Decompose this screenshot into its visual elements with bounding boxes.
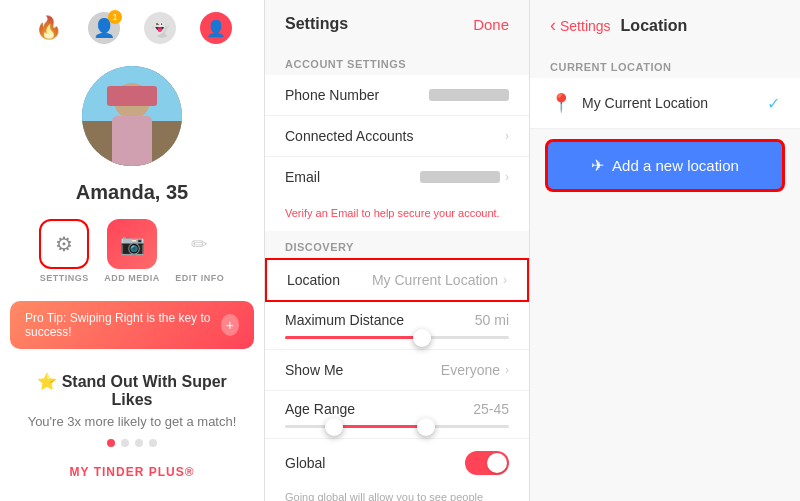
- done-button[interactable]: Done: [473, 16, 509, 33]
- add-location-label: Add a new location: [612, 157, 739, 174]
- email-chevron-icon: ›: [505, 170, 509, 184]
- top-nav-icons: 🔥 👤 1 👻 👤: [0, 0, 264, 56]
- age-slider-track[interactable]: [285, 425, 509, 428]
- dot-1: [107, 439, 115, 447]
- dot-4: [149, 439, 157, 447]
- ghost-button[interactable]: 👻: [142, 10, 178, 46]
- location-value: My Current Location ›: [372, 272, 507, 288]
- phone-label: Phone Number: [285, 87, 379, 103]
- age-slider-fill: [330, 425, 431, 428]
- pro-tip-banner[interactable]: Pro Tip: Swiping Right is the key to suc…: [10, 301, 254, 349]
- settings-panel: Settings Done ACCOUNT SETTINGS Phone Num…: [265, 0, 530, 501]
- back-label: Settings: [560, 18, 611, 34]
- email-verify-section: Verify an Email to help secure your acco…: [265, 197, 529, 231]
- camera-icon: 📷: [120, 232, 145, 256]
- show-me-row[interactable]: Show Me Everyone ›: [265, 350, 529, 391]
- settings-title: Settings: [285, 15, 348, 33]
- age-slider-left-thumb[interactable]: [325, 418, 343, 436]
- location-pin-icon: 📍: [550, 92, 572, 114]
- edit-info-action-button[interactable]: ✏ EDIT INFO: [175, 219, 225, 283]
- settings-header: Settings Done: [265, 0, 529, 48]
- tinder-plus-button[interactable]: MY TINDER PLUS®: [70, 465, 195, 479]
- tinder-flame-button[interactable]: 🔥: [30, 10, 66, 46]
- location-label: Location: [287, 272, 340, 288]
- svg-rect-4: [107, 86, 157, 106]
- global-desc-text: Going global will allow you to see peopl…: [285, 491, 483, 501]
- phone-number-row[interactable]: Phone Number: [265, 75, 529, 116]
- star-icon: ⭐: [37, 373, 57, 390]
- age-range-value: 25-45: [473, 401, 509, 417]
- superlikes-subtitle: You're 3x more likely to get a match!: [15, 414, 249, 429]
- current-location-section-label: CURRENT LOCATION: [530, 51, 800, 78]
- email-blurred: [420, 171, 500, 183]
- connected-label: Connected Accounts: [285, 128, 413, 144]
- checkmark-icon: ✓: [767, 94, 780, 113]
- max-distance-label: Maximum Distance: [285, 312, 404, 328]
- pencil-icon: ✏: [191, 232, 208, 256]
- global-row[interactable]: Global: [265, 439, 529, 487]
- distance-slider-track[interactable]: [285, 336, 509, 339]
- dot-2: [121, 439, 129, 447]
- add-location-button[interactable]: ✈ Add a new location: [545, 139, 785, 192]
- settings-label: SETTINGS: [40, 273, 89, 283]
- email-verify-text: Verify an Email to help secure your acco…: [285, 207, 500, 219]
- account-section-label: ACCOUNT SETTINGS: [265, 48, 529, 75]
- pro-tip-plus-button[interactable]: +: [221, 314, 239, 336]
- media-icon-box: 📷: [107, 219, 157, 269]
- flame-icon: 🔥: [35, 15, 62, 41]
- max-distance-value: 50 mi: [475, 312, 509, 328]
- show-me-label: Show Me: [285, 362, 343, 378]
- phone-blurred: [429, 89, 509, 101]
- settings-action-button[interactable]: ⚙ SETTINGS: [39, 219, 89, 283]
- toggle-knob: [487, 453, 507, 473]
- profile-panel: 🔥 👤 1 👻 👤 Amanda, 35 ⚙ SETTINGS: [0, 0, 265, 501]
- location-panel: ‹ Settings Location CURRENT LOCATION 📍 M…: [530, 0, 800, 501]
- distance-slider-fill: [285, 336, 419, 339]
- location-name-group: 📍 My Current Location: [550, 92, 708, 114]
- current-location-name: My Current Location: [582, 95, 708, 111]
- email-value: ›: [420, 170, 509, 184]
- pro-tip-text: Pro Tip: Swiping Right is the key to suc…: [25, 311, 221, 339]
- max-distance-row: Maximum Distance 50 mi: [265, 302, 529, 350]
- connected-accounts-row[interactable]: Connected Accounts ›: [265, 116, 529, 157]
- notification-button[interactable]: 👤 1: [86, 10, 122, 46]
- age-range-row: Age Range 25-45: [265, 391, 529, 439]
- global-label: Global: [285, 455, 325, 471]
- discovery-section-label: DISCOVERY: [265, 231, 529, 258]
- phone-value: [429, 89, 509, 101]
- svg-rect-3: [112, 116, 152, 166]
- location-title: Location: [621, 17, 688, 35]
- add-media-label: ADD MEDIA: [104, 273, 160, 283]
- distance-slider-thumb[interactable]: [413, 329, 431, 347]
- profile-action-buttons: ⚙ SETTINGS 📷 ADD MEDIA ✏ EDIT INFO: [39, 219, 225, 283]
- superlikes-title: ⭐ Stand Out With Super Likes: [15, 372, 249, 409]
- avatar: [82, 66, 182, 166]
- gear-icon: ⚙: [55, 232, 73, 256]
- notification-badge: 1: [108, 10, 122, 24]
- chevron-icon: ›: [505, 129, 509, 143]
- back-button[interactable]: ‹ Settings: [550, 15, 611, 36]
- edit-icon-box: ✏: [175, 219, 225, 269]
- back-arrow-icon: ‹: [550, 15, 556, 36]
- superlikes-section: ⭐ Stand Out With Super Likes You're 3x m…: [0, 357, 264, 495]
- settings-icon-box: ⚙: [39, 219, 89, 269]
- global-toggle[interactable]: [465, 451, 509, 475]
- edit-info-label: EDIT INFO: [175, 273, 224, 283]
- profile-nav-button[interactable]: 👤: [198, 10, 234, 46]
- location-header: ‹ Settings Location: [530, 0, 800, 51]
- profile-name: Amanda, 35: [76, 181, 188, 204]
- add-media-action-button[interactable]: 📷 ADD MEDIA: [104, 219, 160, 283]
- global-description: Going global will allow you to see peopl…: [265, 487, 529, 501]
- pagination-dots: [15, 439, 249, 447]
- plane-icon: ✈: [591, 156, 604, 175]
- age-slider-right-thumb[interactable]: [417, 418, 435, 436]
- dot-3: [135, 439, 143, 447]
- show-me-chevron-icon: ›: [505, 363, 509, 377]
- location-chevron-icon: ›: [503, 273, 507, 287]
- show-me-value: Everyone ›: [441, 362, 509, 378]
- email-row[interactable]: Email ›: [265, 157, 529, 197]
- current-location-row[interactable]: 📍 My Current Location ✓: [530, 78, 800, 129]
- location-row[interactable]: Location My Current Location ›: [265, 258, 529, 302]
- age-range-label: Age Range: [285, 401, 355, 417]
- email-label: Email: [285, 169, 320, 185]
